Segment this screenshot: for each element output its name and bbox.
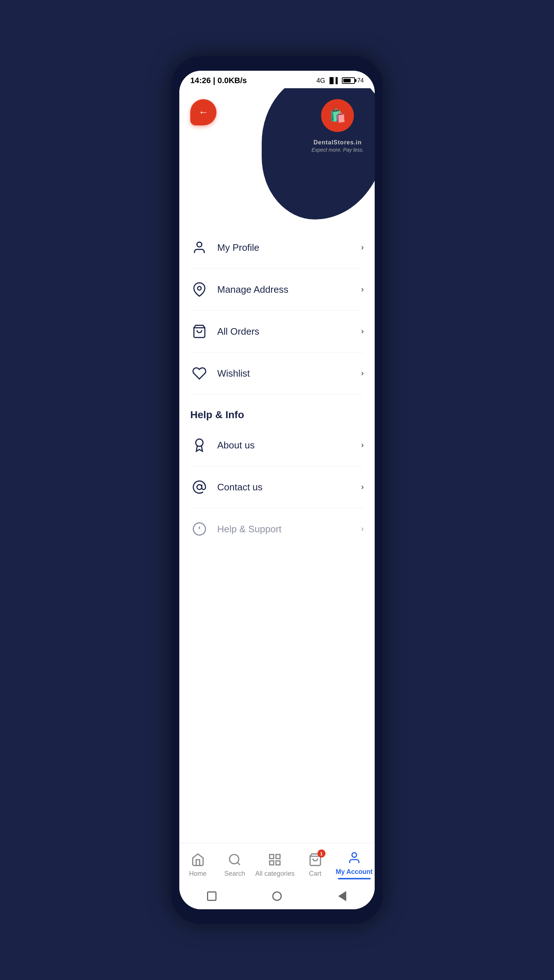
about-us-label: About us: [217, 440, 361, 451]
brand-tagline: Expect more. Pay less.: [312, 147, 364, 153]
help-info-title: Help & Info: [190, 395, 364, 424]
menu-item-all-orders[interactable]: All Orders ›: [190, 311, 364, 352]
svg-point-3: [196, 439, 203, 446]
svg-rect-13: [276, 861, 280, 865]
android-nav-bar: [179, 883, 375, 909]
home-nav-label: Home: [189, 870, 207, 878]
info-icon: [190, 520, 209, 538]
account-nav-icon: [346, 850, 362, 866]
android-home-btn[interactable]: [271, 890, 283, 902]
heart-icon: [190, 364, 209, 382]
battery-percent: 74: [357, 77, 364, 84]
chevron-right-icon: ›: [361, 243, 364, 252]
status-icons: 4G ▐▌▌ 74: [316, 77, 364, 84]
chevron-right-icon: ›: [361, 285, 364, 294]
cart-nav-label: Cart: [309, 870, 322, 878]
logo-icon: 🛍️: [321, 99, 354, 132]
svg-point-8: [229, 854, 239, 864]
nav-item-my-account[interactable]: My Account: [336, 850, 373, 880]
status-bar: 14:26 | 0.0KB/s 4G ▐▌▌ 74: [179, 71, 375, 88]
svg-line-9: [237, 862, 240, 865]
brand-name: DentalStores.in: [314, 135, 361, 147]
person-icon: [190, 239, 209, 257]
back-arrow-icon: ←: [198, 107, 209, 118]
phone-screen: 14:26 | 0.0KB/s 4G ▐▌▌ 74 ← 🛍️ DentalSto…: [179, 71, 375, 909]
location-icon: [190, 280, 209, 299]
partial-label: Help & Support: [217, 524, 361, 535]
chevron-right-icon: ›: [361, 482, 364, 492]
svg-rect-11: [276, 854, 280, 859]
svg-rect-12: [270, 861, 274, 865]
signal-icon: ▐▌▌: [327, 77, 340, 84]
svg-point-0: [197, 242, 202, 247]
cart-nav-icon: 1: [307, 852, 323, 868]
menu-item-about-us[interactable]: About us ›: [190, 424, 364, 466]
android-square-btn[interactable]: [206, 890, 218, 902]
bag-icon: [190, 322, 209, 341]
my-profile-label: My Profile: [217, 242, 361, 253]
manage-address-label: Manage Address: [217, 284, 361, 295]
svg-rect-10: [270, 854, 274, 859]
svg-point-1: [197, 287, 201, 290]
network-icon: 4G: [316, 77, 325, 84]
phone-frame: 14:26 | 0.0KB/s 4G ▐▌▌ 74 ← 🛍️ DentalSto…: [171, 56, 383, 924]
menu-item-my-profile[interactable]: My Profile ›: [190, 227, 364, 269]
back-button[interactable]: ←: [190, 99, 217, 126]
menu-item-manage-address[interactable]: Manage Address ›: [190, 269, 364, 311]
at-icon: [190, 478, 209, 496]
nav-item-cart[interactable]: 1 Cart: [299, 852, 332, 878]
nav-item-search[interactable]: Search: [218, 852, 251, 878]
grid-nav-icon: [267, 852, 283, 868]
ribbon-icon: [190, 436, 209, 454]
battery-icon: [342, 77, 355, 84]
my-account-nav-label: My Account: [336, 868, 373, 876]
active-indicator: [338, 878, 371, 880]
contact-us-label: Contact us: [217, 481, 361, 493]
wishlist-label: Wishlist: [217, 368, 361, 379]
chevron-right-icon: ›: [361, 327, 364, 336]
chevron-right-icon: ›: [361, 524, 364, 534]
categories-nav-label: All categories: [255, 870, 295, 878]
menu-item-contact-us[interactable]: Contact us ›: [190, 466, 364, 508]
nav-item-all-categories[interactable]: All categories: [255, 852, 295, 878]
all-orders-label: All Orders: [217, 326, 361, 337]
menu-item-partial[interactable]: Help & Support ›: [190, 508, 364, 550]
cart-badge: 1: [317, 849, 325, 857]
chevron-right-icon: ›: [361, 368, 364, 378]
header-area: ← 🛍️ DentalStores.in Expect more. Pay le…: [179, 88, 375, 227]
search-nav-icon: [227, 852, 243, 868]
menu-item-wishlist[interactable]: Wishlist ›: [190, 352, 364, 395]
nav-item-home[interactable]: Home: [181, 852, 214, 878]
menu-section: My Profile › Manage Address ›: [179, 227, 375, 843]
brand-suffix: .in: [354, 139, 362, 145]
logo-container: 🛍️ DentalStores.in Expect more. Pay less…: [312, 99, 364, 153]
search-nav-label: Search: [224, 870, 245, 878]
status-time: 14:26 | 0.0KB/s: [190, 76, 247, 85]
svg-point-4: [197, 484, 202, 489]
android-back-btn[interactable]: [336, 890, 348, 902]
svg-point-15: [352, 853, 357, 857]
chevron-right-icon: ›: [361, 440, 364, 450]
home-nav-icon: [190, 852, 206, 868]
bottom-navigation: Home Search: [179, 843, 375, 883]
